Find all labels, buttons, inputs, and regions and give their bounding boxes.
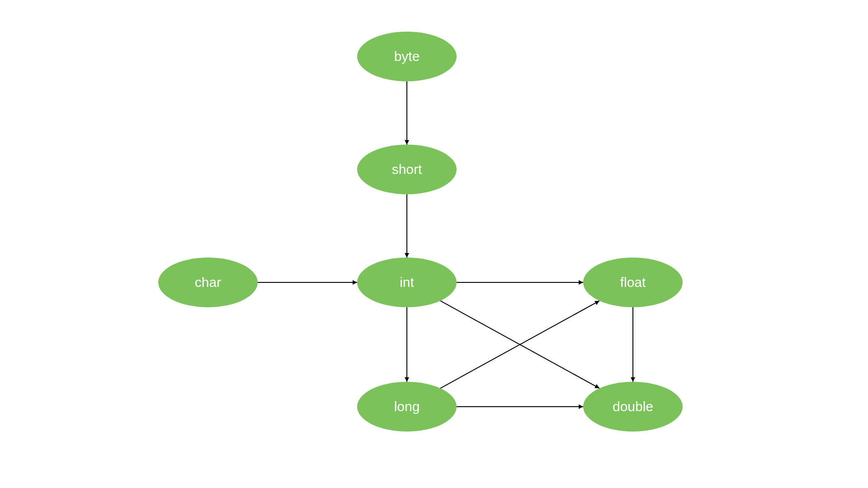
node-label: byte: [394, 49, 420, 64]
node-label: long: [394, 399, 420, 414]
node-label: double: [613, 399, 653, 414]
node-char: char: [158, 258, 258, 307]
node-label: short: [392, 162, 422, 177]
edge-long-to-float: [440, 301, 599, 389]
node-label: char: [195, 275, 221, 290]
node-byte: byte: [357, 32, 457, 81]
node-short: short: [357, 145, 457, 194]
node-label: int: [400, 275, 414, 290]
node-float: float: [583, 258, 683, 307]
node-label: float: [620, 275, 646, 290]
node-int: int: [357, 258, 457, 307]
node-long: long: [357, 382, 457, 432]
edge-int-to-double: [440, 301, 599, 389]
node-double: double: [583, 382, 683, 432]
